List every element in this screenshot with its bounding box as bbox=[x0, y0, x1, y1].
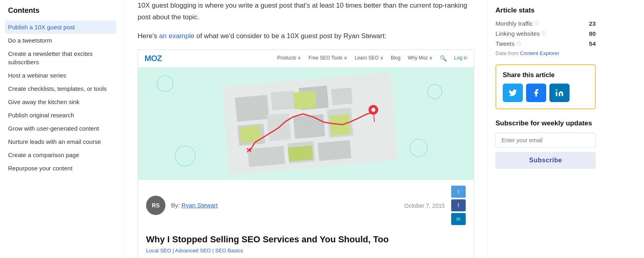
moz-nav: Products ∨ Free SEO Tools ∨ Learn SEO ∨ … bbox=[277, 55, 467, 61]
card-byline: By: Ryan Stewart bbox=[171, 202, 405, 209]
login-link[interactable]: Log in bbox=[454, 55, 467, 61]
card-meta: By: Ryan Stewart bbox=[171, 202, 405, 209]
stat-row-tweets: Tweets ⓘ 54 bbox=[495, 40, 596, 47]
moz-card: MOZ Products ∨ Free SEO Tools ∨ Learn SE… bbox=[138, 49, 474, 258]
article-intro-2: Here's an example of what we'd consider … bbox=[138, 31, 474, 42]
search-icon[interactable]: 🔍 bbox=[440, 55, 447, 61]
twitter-share-button[interactable] bbox=[503, 84, 523, 102]
sidebar-item-newsletter[interactable]: Create a newsletter that excites subscri… bbox=[8, 47, 116, 69]
sidebar-item-kitchen-sink[interactable]: Give away the kitchen sink bbox=[8, 95, 116, 109]
moz-logo: MOZ bbox=[144, 54, 162, 63]
author-link[interactable]: Ryan Stewart bbox=[182, 202, 218, 209]
subscribe-section: Subscribe for weekly updates Subscribe bbox=[495, 119, 596, 169]
subscribe-button[interactable]: Subscribe bbox=[495, 152, 596, 169]
subscribe-title: Subscribe for weekly updates bbox=[495, 119, 596, 128]
card-linkedin-share[interactable]: in bbox=[451, 213, 466, 225]
article-stats-title: Article stats bbox=[495, 6, 596, 14]
svg-rect-9 bbox=[331, 88, 353, 105]
main-article: 10X guest blogging is where you write a … bbox=[125, 0, 487, 258]
stat-value: 80 bbox=[589, 30, 596, 37]
sidebar-item-tweetstorm[interactable]: Do a tweetstorm bbox=[8, 34, 116, 47]
sidebar-item-checklists[interactable]: Create checklists, templates, or tools bbox=[8, 82, 116, 95]
stat-row-linking-websites: Linking websites ⓘ 80 bbox=[495, 30, 596, 37]
data-from: Data from Content Explorer bbox=[495, 50, 596, 56]
card-date: October 7, 2015 bbox=[405, 203, 445, 209]
right-sidebar: Article stats Monthly traffic ⓘ 23 Linki… bbox=[487, 0, 604, 258]
sidebar-item-repurpose[interactable]: Repurpose your content bbox=[8, 162, 116, 175]
stat-label: Linking websites ⓘ bbox=[495, 30, 546, 37]
card-title: Why I Stopped Selling SEO Services and Y… bbox=[138, 234, 474, 246]
nav-products[interactable]: Products ∨ bbox=[277, 55, 301, 61]
share-buttons bbox=[503, 84, 588, 102]
svg-rect-16 bbox=[318, 140, 351, 161]
nav-seo-tools[interactable]: Free SEO Tools ∨ bbox=[308, 55, 347, 61]
example-link[interactable]: an example bbox=[159, 32, 194, 40]
svg-rect-20 bbox=[288, 145, 313, 162]
card-twitter-share[interactable]: t bbox=[451, 186, 466, 198]
card-facebook-share[interactable]: f bbox=[451, 199, 466, 211]
info-icon[interactable]: ⓘ bbox=[535, 20, 539, 27]
nav-learn-seo[interactable]: Learn SEO ∨ bbox=[355, 55, 384, 61]
sidebar-item-ugc[interactable]: Grow with user-generated content bbox=[8, 122, 116, 135]
svg-text:✕: ✕ bbox=[245, 146, 252, 155]
avatar: RS bbox=[146, 196, 165, 215]
svg-rect-18 bbox=[293, 90, 316, 109]
article-intro-1: 10X guest blogging is where you write a … bbox=[138, 0, 474, 23]
sidebar-item-publish-10x[interactable]: Publish a 10X guest post bbox=[5, 20, 116, 34]
svg-rect-6 bbox=[235, 95, 269, 122]
table-of-contents: Contents Publish a 10X guest postDo a tw… bbox=[0, 0, 125, 258]
facebook-share-button[interactable] bbox=[526, 84, 546, 102]
svg-rect-12 bbox=[293, 114, 325, 139]
linkedin-share-button[interactable] bbox=[549, 84, 570, 102]
stat-value: 54 bbox=[589, 40, 596, 47]
stat-value: 23 bbox=[589, 20, 596, 27]
card-share-icons: t f in bbox=[451, 186, 466, 225]
info-icon[interactable]: ⓘ bbox=[516, 41, 521, 47]
sidebar-item-comparison[interactable]: Create a comparison page bbox=[8, 148, 116, 162]
moz-card-image: ✕ bbox=[138, 68, 474, 180]
card-tags: Local SEO | Advanced SEO | SEO Basics bbox=[138, 245, 474, 258]
svg-point-24 bbox=[556, 89, 557, 91]
info-icon[interactable]: ⓘ bbox=[541, 31, 546, 37]
sidebar-item-webinar[interactable]: Host a webinar series bbox=[8, 69, 116, 82]
svg-rect-7 bbox=[271, 90, 297, 111]
share-box: Share this article bbox=[495, 64, 596, 109]
sidebar-item-research[interactable]: Publish original research bbox=[8, 109, 116, 122]
stat-label: Tweets ⓘ bbox=[495, 40, 521, 47]
svg-rect-14 bbox=[248, 146, 285, 167]
moz-header: MOZ Products ∨ Free SEO Tools ∨ Learn SE… bbox=[138, 50, 474, 68]
sidebar-item-email-course[interactable]: Nurture leads with an email course bbox=[8, 135, 116, 148]
stat-label: Monthly traffic ⓘ bbox=[495, 20, 539, 27]
content-explorer-link[interactable]: Content Explorer bbox=[520, 50, 559, 56]
nav-why-moz[interactable]: Why Moz ∨ bbox=[408, 55, 433, 61]
share-box-title: Share this article bbox=[503, 72, 588, 79]
sidebar-title: Contents bbox=[8, 6, 116, 15]
nav-blog[interactable]: Blog bbox=[391, 55, 400, 61]
stat-row-monthly-traffic: Monthly traffic ⓘ 23 bbox=[495, 20, 596, 27]
email-input[interactable] bbox=[495, 133, 596, 148]
